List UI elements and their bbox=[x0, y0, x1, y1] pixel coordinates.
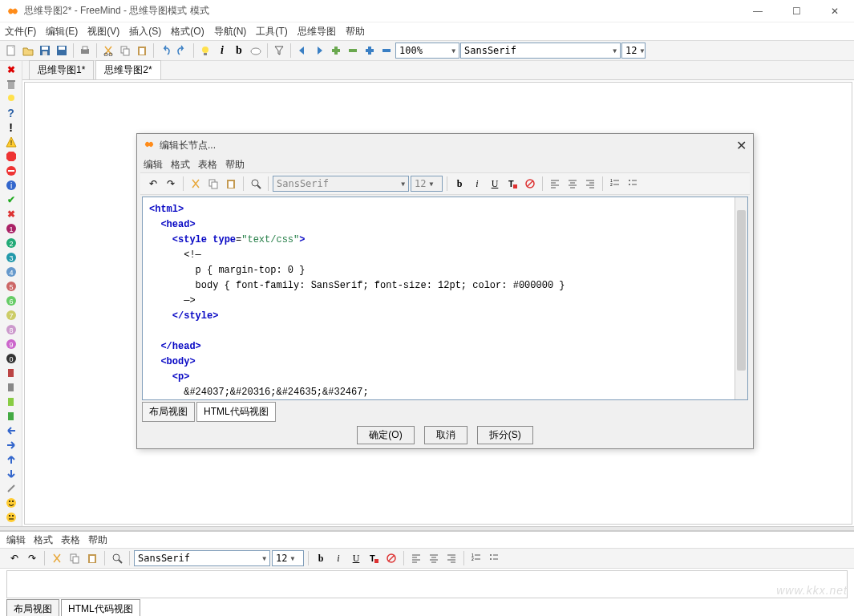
flag-gray-icon[interactable] bbox=[3, 381, 19, 395]
bottom-align-right-icon[interactable] bbox=[443, 550, 459, 566]
bottom-cut-icon[interactable] bbox=[49, 550, 65, 566]
bottom-font-combo[interactable]: SansSerif▼ bbox=[134, 550, 270, 566]
dialog-menu-format[interactable]: 格式 bbox=[171, 158, 190, 172]
dialog-html-editor[interactable]: <html> <head> <style type="text/css"> <!… bbox=[142, 197, 748, 400]
bottom-list-ordered-icon[interactable]: 12 bbox=[468, 550, 484, 566]
dialog-list-ordered-icon[interactable]: 12 bbox=[607, 176, 623, 192]
bottom-redo-icon[interactable]: ↷ bbox=[24, 550, 40, 566]
remove-node-icon[interactable] bbox=[345, 43, 361, 59]
bottom-tab-html[interactable]: HTML代码视图 bbox=[61, 599, 140, 617]
save-icon[interactable] bbox=[37, 43, 53, 59]
prio5-icon[interactable]: 5 bbox=[3, 279, 19, 293]
size-combo[interactable]: 12▼ bbox=[621, 43, 646, 59]
bottom-menu-edit[interactable]: 编辑 bbox=[6, 533, 26, 547]
dialog-copy-icon[interactable] bbox=[205, 176, 221, 192]
dialog-cut-icon[interactable] bbox=[188, 176, 204, 192]
paste-icon[interactable] bbox=[134, 43, 150, 59]
minimize-button[interactable]: — bbox=[745, 6, 771, 17]
prio8-icon[interactable]: 8 bbox=[3, 323, 19, 337]
menu-tools[interactable]: 工具(T) bbox=[256, 25, 287, 38]
menu-mindmap[interactable]: 思维导图 bbox=[297, 25, 336, 38]
saveas-icon[interactable] bbox=[54, 43, 70, 59]
bottom-tab-layout[interactable]: 布局视图 bbox=[6, 599, 59, 617]
menu-view[interactable]: 视图(V) bbox=[87, 25, 119, 38]
menu-format[interactable]: 格式(O) bbox=[171, 25, 204, 38]
dialog-menu-edit[interactable]: 编辑 bbox=[144, 158, 163, 172]
bottom-clear-icon[interactable] bbox=[383, 550, 399, 566]
ok-icon[interactable]: ✔ bbox=[3, 192, 19, 206]
flag-red-icon[interactable] bbox=[3, 367, 19, 380]
dialog-bold-icon[interactable]: b bbox=[451, 176, 467, 192]
smiley-icon[interactable] bbox=[3, 496, 19, 510]
bottom-align-left-icon[interactable] bbox=[408, 550, 424, 566]
prio0-icon[interactable]: 0 bbox=[3, 352, 19, 366]
not-ok-icon[interactable]: ✖ bbox=[3, 207, 19, 221]
prio3-icon[interactable]: 3 bbox=[3, 250, 19, 264]
filter-icon[interactable] bbox=[271, 43, 287, 59]
dialog-close-button[interactable]: ✕ bbox=[736, 138, 747, 153]
idea-icon[interactable] bbox=[197, 43, 213, 59]
dialog-find-icon[interactable] bbox=[248, 176, 264, 192]
new-icon[interactable] bbox=[3, 43, 19, 59]
bottom-size-combo[interactable]: 12▼ bbox=[272, 550, 304, 566]
next-icon[interactable] bbox=[311, 43, 327, 59]
open-icon[interactable] bbox=[20, 43, 36, 59]
tab-map1[interactable]: 思维导图1* bbox=[29, 60, 94, 79]
prio1-icon[interactable]: 1 bbox=[3, 221, 19, 235]
remove2-icon[interactable] bbox=[378, 43, 395, 59]
warning-icon[interactable]: ! bbox=[3, 135, 19, 148]
flag-green-icon[interactable] bbox=[3, 410, 19, 424]
stop-icon[interactable] bbox=[3, 149, 19, 163]
menu-navigate[interactable]: 导航(N) bbox=[214, 25, 247, 38]
bottom-copy-icon[interactable] bbox=[67, 550, 83, 566]
redo-icon[interactable] bbox=[174, 43, 190, 59]
dialog-align-left-icon[interactable] bbox=[547, 176, 563, 192]
trash-icon[interactable] bbox=[3, 77, 19, 91]
arrow-up-icon[interactable] bbox=[3, 453, 19, 467]
dialog-paste-icon[interactable] bbox=[223, 176, 239, 192]
dialog-list-unordered-icon[interactable] bbox=[625, 176, 641, 192]
bottom-menu-help[interactable]: 帮助 bbox=[88, 533, 107, 547]
close-button[interactable]: ✕ bbox=[822, 6, 848, 17]
bottom-menu-table[interactable]: 表格 bbox=[61, 533, 80, 547]
italic-icon[interactable]: i bbox=[214, 43, 230, 59]
info-icon[interactable]: i bbox=[3, 178, 19, 192]
dialog-align-right-icon[interactable] bbox=[582, 176, 598, 192]
dialog-redo-icon[interactable]: ↷ bbox=[163, 176, 179, 192]
menu-file[interactable]: 文件(F) bbox=[5, 25, 36, 38]
dialog-tab-html[interactable]: HTML代码视图 bbox=[196, 402, 276, 422]
bulb-icon[interactable] bbox=[3, 91, 19, 105]
bottom-underline-icon[interactable]: U bbox=[348, 550, 364, 566]
prev-icon[interactable] bbox=[294, 43, 310, 59]
arrow-right-icon[interactable] bbox=[3, 439, 19, 452]
tab-map2[interactable]: 思维导图2* bbox=[95, 60, 160, 79]
font-combo[interactable]: SansSerif▼ bbox=[460, 43, 621, 59]
delete-icon[interactable]: ✖ bbox=[3, 63, 19, 76]
arrow-left-icon[interactable] bbox=[3, 424, 19, 438]
add-node-icon[interactable] bbox=[328, 43, 344, 59]
prio9-icon[interactable]: 9 bbox=[3, 338, 19, 351]
dialog-menu-help[interactable]: 帮助 bbox=[225, 158, 245, 172]
important-icon[interactable]: ! bbox=[3, 120, 19, 134]
closed-icon[interactable] bbox=[3, 164, 19, 177]
bottom-undo-icon[interactable]: ↶ bbox=[6, 550, 22, 566]
arrow-down-icon[interactable] bbox=[3, 468, 19, 481]
bottom-editor-textarea[interactable] bbox=[6, 570, 848, 598]
bold-icon[interactable]: b bbox=[231, 43, 247, 59]
cloud-icon[interactable] bbox=[248, 43, 264, 59]
dialog-align-center-icon[interactable] bbox=[565, 176, 581, 192]
help-icon[interactable]: ? bbox=[3, 106, 19, 120]
menu-insert[interactable]: 插入(S) bbox=[129, 25, 161, 38]
print-icon[interactable] bbox=[77, 43, 93, 59]
dialog-cancel-button[interactable]: 取消 bbox=[424, 426, 467, 444]
dialog-font-combo[interactable]: SansSerif▼ bbox=[273, 176, 409, 192]
dialog-editor-scrollbar[interactable] bbox=[735, 197, 747, 399]
prio4-icon[interactable]: 4 bbox=[3, 265, 19, 278]
zoom-combo[interactable]: 100%▼ bbox=[395, 43, 459, 59]
copy-icon[interactable] bbox=[117, 43, 133, 59]
cut-icon[interactable] bbox=[100, 43, 116, 59]
bottom-list-unordered-icon[interactable] bbox=[486, 550, 502, 566]
dialog-undo-icon[interactable]: ↶ bbox=[145, 176, 161, 192]
bottom-menu-format[interactable]: 格式 bbox=[34, 533, 53, 547]
prio7-icon[interactable]: 7 bbox=[3, 309, 19, 322]
